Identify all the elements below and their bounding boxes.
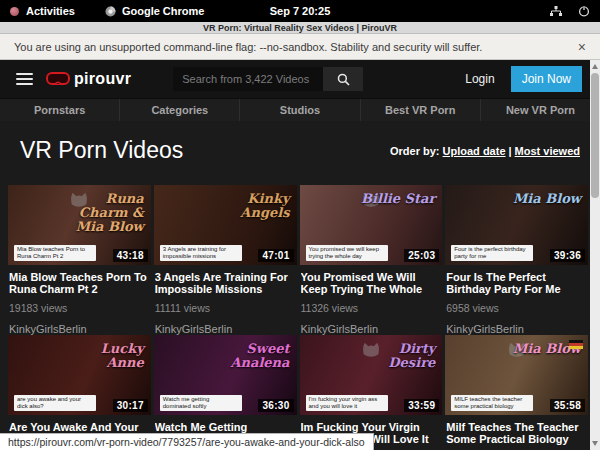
main-navigation: Pornstars Categories Studios Best VR Por… — [0, 98, 600, 121]
video-title-link[interactable]: Milf Teaches The Teacher Some Practical … — [446, 421, 586, 445]
video-duration-badge: 25:03 — [404, 249, 439, 262]
menu-hamburger-icon[interactable] — [16, 73, 33, 85]
video-duration-badge: 33:59 — [404, 399, 439, 412]
video-duration-badge: 39:36 — [550, 249, 585, 262]
login-link[interactable]: Login — [465, 72, 494, 86]
thumbnail-caption: Four is the perfect birthday party for m… — [451, 245, 533, 261]
video-views: 6958 views — [446, 302, 588, 314]
thumbnail-caption: Mia Blow teaches Porn to Runa Charm Pt 2 — [14, 245, 96, 261]
nav-item-new-vr-porn[interactable]: New VR Porn — [481, 99, 600, 121]
thumbnail-overlay-text: Dirty Desire — [355, 342, 435, 370]
video-card: Mia Blow MILF teaches the teacher some p… — [445, 335, 588, 450]
video-thumbnail[interactable]: Mia Blow Four is the perfect birthday pa… — [445, 185, 588, 265]
thumbnail-caption: are you awake and your dick also? — [14, 395, 96, 411]
video-studio-link[interactable]: KinkyGirlsBerlin — [155, 323, 297, 335]
network-icon[interactable] — [550, 6, 562, 17]
thumbnail-overlay-text: Runa Charm & Mia Blow — [64, 192, 144, 234]
link-preview-status-bar: https://pirouvr.com/vr-porn-video/779325… — [0, 433, 374, 450]
scrollbar-thumb[interactable] — [591, 73, 599, 198]
warning-close-icon[interactable]: × — [578, 40, 586, 54]
activities-button[interactable]: Activities — [26, 5, 75, 17]
order-by-label: Order by: — [390, 145, 440, 157]
chrome-warning-bar: You are using an unsupported command-lin… — [0, 34, 600, 60]
power-icon[interactable] — [578, 5, 590, 17]
search-icon — [337, 73, 350, 86]
video-thumbnail[interactable]: Runa Charm & Mia Blow Mia Blow teaches P… — [8, 185, 151, 265]
thumbnail-caption: You promised we will keep trying the who… — [306, 245, 388, 261]
video-duration-badge: 43:18 — [113, 249, 148, 262]
search-button[interactable] — [323, 67, 363, 91]
thumbnail-caption: MILF teaches the teacher some practical … — [451, 395, 533, 411]
thumbnail-overlay-text: Billie Star — [361, 192, 435, 206]
scroll-up-icon[interactable] — [592, 64, 598, 69]
site-content: pirouvr Login Join Now Pornstars Categor… — [0, 60, 600, 450]
browser-tab-title: VR Porn: Virtual Reality Sex Videos | Pi… — [203, 23, 397, 33]
site-header: pirouvr Login Join Now — [0, 60, 600, 98]
site-logo[interactable]: pirouvr — [46, 70, 131, 88]
vr-headset-icon — [46, 72, 70, 86]
order-by-upload-date-link[interactable]: Upload date — [443, 145, 506, 157]
video-studio-link[interactable]: KinkyGirlsBerlin — [446, 323, 588, 335]
system-clock[interactable]: Sep 7 20:25 — [0, 5, 600, 17]
video-title-link[interactable]: You Promised We Will Keep Trying The Who… — [301, 271, 441, 295]
video-thumbnail[interactable]: Billie Star You promised we will keep tr… — [300, 185, 443, 265]
thumbnail-caption: 3 Angels are training for impossible mis… — [160, 245, 242, 261]
thumbnail-overlay-text: Mia Blow — [513, 192, 581, 206]
warning-text: You are using an unsupported command-lin… — [14, 41, 482, 53]
video-card: Billie Star You promised we will keep tr… — [300, 185, 443, 335]
video-duration-badge: 30:17 — [113, 399, 148, 412]
status-url-text: https://pirouvr.com/vr-porn-video/779325… — [8, 436, 365, 448]
video-duration-badge: 36:30 — [258, 399, 293, 412]
video-card: Mia Blow Four is the perfect birthday pa… — [445, 185, 588, 335]
join-now-button[interactable]: Join Now — [511, 66, 582, 92]
nav-item-studios[interactable]: Studios — [240, 99, 360, 121]
video-studio-link[interactable]: KinkyGirlsBerlin — [301, 323, 443, 335]
thumbnail-caption: I'm fucking your virgin ass and you will… — [306, 395, 388, 411]
chrome-icon — [105, 6, 116, 17]
active-app-menu[interactable]: Google Chrome — [105, 5, 205, 17]
order-by-most-viewed-link[interactable]: Most viewed — [515, 145, 580, 157]
active-app-name: Google Chrome — [122, 5, 205, 17]
video-grid: Runa Charm & Mia Blow Mia Blow teaches P… — [8, 185, 588, 450]
video-duration-badge: 47:01 — [258, 249, 293, 262]
order-separator: | — [509, 145, 512, 157]
thumbnail-overlay-text: Lucky Anne — [64, 342, 144, 370]
thumbnail-caption: Watch me getting dominated softly — [160, 395, 242, 411]
page-scrollbar[interactable] — [590, 60, 600, 450]
video-thumbnail[interactable]: Dirty Desire I'm fucking your virgin ass… — [300, 335, 443, 415]
thumbnail-overlay-text: Kinky Angels — [210, 192, 290, 220]
video-thumbnail[interactable]: Mia Blow MILF teaches the teacher some p… — [445, 335, 588, 415]
video-views: 11326 views — [301, 302, 443, 314]
site-logo-text: pirouvr — [74, 70, 131, 88]
search-input[interactable] — [173, 67, 323, 91]
nav-item-best-vr-porn[interactable]: Best VR Porn — [361, 99, 481, 121]
scroll-down-icon[interactable] — [592, 441, 598, 446]
video-card: Runa Charm & Mia Blow Mia Blow teaches P… — [8, 185, 151, 335]
video-title-link[interactable]: 3 Angels Are Training For Impossible Mis… — [155, 271, 295, 295]
nav-item-categories[interactable]: Categories — [120, 99, 240, 121]
video-duration-badge: 35:58 — [550, 399, 585, 412]
nav-item-pornstars[interactable]: Pornstars — [0, 99, 120, 121]
system-top-bar: Activities Google Chrome Sep 7 20:25 — [0, 0, 600, 22]
video-thumbnail[interactable]: Lucky Anne are you awake and your dick a… — [8, 335, 151, 415]
page-title: VR Porn Videos — [20, 137, 183, 164]
video-views: 19183 views — [9, 302, 151, 314]
video-thumbnail[interactable]: Sweet Analena Watch me getting dominated… — [154, 335, 297, 415]
video-thumbnail[interactable]: Kinky Angels 3 Angels are training for i… — [154, 185, 297, 265]
order-by-controls: Order by: Upload date|Most viewed — [390, 145, 580, 157]
video-views: 11111 views — [155, 302, 297, 314]
video-card: Kinky Angels 3 Angels are training for i… — [154, 185, 297, 335]
video-title-link[interactable]: Mia Blow Teaches Porn To Runa Charm Pt 2 — [9, 271, 149, 295]
german-flag-icon — [569, 340, 583, 349]
browser-tab-strip[interactable]: VR Porn: Virtual Reality Sex Videos | Pi… — [0, 22, 600, 34]
video-studio-link[interactable]: KinkyGirlsBerlin — [9, 323, 151, 335]
thumbnail-overlay-text: Sweet Analena — [210, 342, 290, 370]
video-title-link[interactable]: Four Is The Perfect Birthday Party For M… — [446, 271, 586, 295]
activities-indicator-icon — [10, 7, 19, 16]
